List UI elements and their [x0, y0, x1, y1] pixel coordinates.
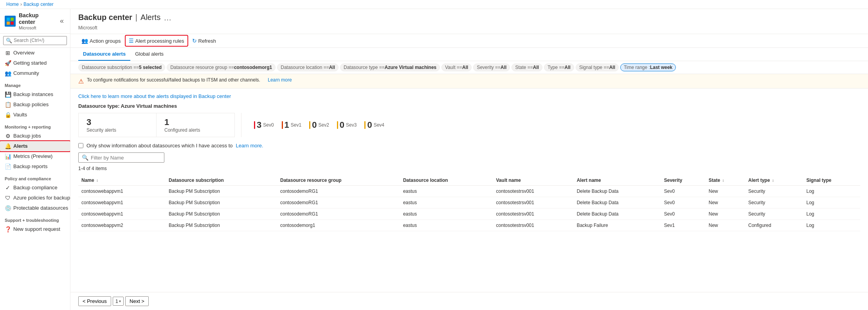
- severity-sev1[interactable]: 1Sev1: [282, 120, 302, 130]
- page-org: Microsoft: [78, 25, 860, 31]
- filter-bar: Datasource subscription == 5 selectedDat…: [70, 61, 868, 74]
- action-groups-icon: 👥: [81, 38, 88, 44]
- checkbox-learn-more-link[interactable]: Learn more.: [236, 143, 263, 149]
- page-select-chevron: ▾: [119, 299, 121, 303]
- alert-info-link[interactable]: Click here to learn more about the alert…: [78, 93, 231, 99]
- sidebar-section-label: Support + troubleshooting: [0, 213, 70, 224]
- search-input[interactable]: [14, 38, 64, 43]
- filter-pill-8[interactable]: Signal type == All: [576, 63, 619, 71]
- sidebar-search[interactable]: 🔍: [0, 34, 70, 48]
- sidebar-item-overview[interactable]: ⊞Overview: [0, 48, 70, 58]
- cell-signal_type-0: Log: [803, 186, 860, 197]
- sidebar-item-getting-started-label: Getting started: [13, 60, 47, 66]
- next-page-button[interactable]: Next >: [125, 296, 149, 306]
- sidebar-section-label: Manage: [0, 78, 70, 89]
- sev-bar-0: [254, 121, 255, 129]
- sidebar-item-protectable-datasources[interactable]: 💿Protectable datasources: [0, 203, 70, 213]
- sidebar-item-vaults[interactable]: 🔒Vaults: [0, 110, 70, 120]
- checkbox-row: Only show information about datasources …: [78, 143, 860, 149]
- action-groups-button[interactable]: 👥 Action groups: [78, 36, 124, 46]
- table-row[interactable]: contosowebappvm1Backup PM Subscriptionco…: [78, 208, 860, 220]
- sidebar-item-getting-started[interactable]: 🚀Getting started: [0, 58, 70, 68]
- filter-pill-7[interactable]: Type == All: [544, 63, 574, 71]
- cell-ds_location-1: eastus: [400, 197, 493, 208]
- col-header-alert_name: Alert name: [574, 174, 661, 186]
- filter-input-box[interactable]: 🔍: [78, 152, 164, 163]
- sidebar-item-metrics[interactable]: 📊Metrics (Preview): [0, 151, 70, 161]
- summary-card-1[interactable]: 1Configured alerts: [157, 113, 235, 137]
- alert-processing-rules-button[interactable]: ☰ Alert processing rules: [126, 36, 187, 46]
- sidebar-item-backup-policies-label: Backup policies: [13, 102, 49, 107]
- sidebar-item-azure-policies[interactable]: 🛡Azure policies for backup: [0, 193, 70, 203]
- alert-processing-rules-icon: ☰: [129, 38, 134, 44]
- prev-page-button[interactable]: < Previous: [78, 296, 111, 306]
- col-header-state[interactable]: State ↕: [706, 174, 745, 186]
- cell-ds_resource_group-3: contosodemorg1: [277, 220, 400, 231]
- cell-name-3: contosowebappvm2: [78, 220, 166, 231]
- breadcrumb-section[interactable]: Backup center: [23, 2, 54, 7]
- severity-sev0[interactable]: 3Sev0: [254, 120, 274, 130]
- sidebar-item-new-support[interactable]: ❓New support request: [0, 224, 70, 234]
- filter-pill-1[interactable]: Datasource resource group == contosodemo…: [167, 63, 276, 71]
- filter-by-name-input[interactable]: [91, 155, 161, 161]
- tab-datasource[interactable]: Datasource alerts: [78, 48, 130, 61]
- filter-pill-5[interactable]: Severity == All: [473, 63, 510, 71]
- access-checkbox[interactable]: [78, 143, 83, 148]
- warning-icon: ⚠: [78, 78, 84, 85]
- sidebar-item-backup-instances[interactable]: 💾Backup instances: [0, 89, 70, 100]
- filter-pill-9[interactable]: Time range : Last week: [620, 63, 676, 71]
- breadcrumb-home[interactable]: Home: [6, 2, 19, 7]
- filter-pill-2[interactable]: Datasource location == All: [277, 63, 339, 71]
- cell-alert_type-2: Security: [745, 208, 803, 220]
- backup-compliance-icon: ✓: [5, 185, 11, 191]
- sev-bar-3: [337, 121, 338, 129]
- table-row[interactable]: contosowebappvm1Backup PM Subscriptionco…: [78, 197, 860, 208]
- alerts-icon: 🔔: [5, 143, 11, 149]
- sidebar-item-backup-reports[interactable]: 📄Backup reports: [0, 161, 70, 172]
- sidebar-item-alerts[interactable]: 🔔Alerts: [0, 141, 70, 151]
- search-icon: 🔍: [6, 38, 12, 44]
- page-number-select[interactable]: 1 ▾: [113, 297, 124, 306]
- filter-pill-3[interactable]: Datasource type == Azure Virtual machine…: [340, 63, 440, 71]
- table-row[interactable]: contosowebappvm2Backup PM Subscriptionco…: [78, 220, 860, 231]
- summary-card-0[interactable]: 3Security alerts: [78, 113, 157, 137]
- cell-alert_type-0: Security: [745, 186, 803, 197]
- sidebar: Backup center Microsoft « 🔍 ⊞Overview🚀Ge…: [0, 9, 70, 310]
- sidebar-item-community[interactable]: 👥Community: [0, 68, 70, 78]
- filter-pill-0[interactable]: Datasource subscription == 5 selected: [78, 63, 165, 71]
- table-row[interactable]: contosowebappvm1Backup PM Subscriptionco…: [78, 186, 860, 197]
- cell-alert_type-3: Configured: [745, 220, 803, 231]
- sidebar-item-new-support-label: New support request: [13, 226, 60, 232]
- severity-sev3[interactable]: 0Sev3: [337, 120, 357, 130]
- sidebar-item-backup-policies[interactable]: 📋Backup policies: [0, 100, 70, 110]
- cell-name-1: contosowebappvm1: [78, 197, 166, 208]
- filter-pill-4[interactable]: Vault == All: [441, 63, 472, 71]
- pagination: < Previous 1 ▾ Next >: [70, 292, 868, 310]
- count-label: 1-4 of 4 items: [78, 166, 860, 171]
- severity-sev2[interactable]: 0Sev2: [309, 120, 329, 130]
- sidebar-collapse-btn[interactable]: «: [58, 17, 65, 25]
- severity-sev4[interactable]: 0Sev4: [364, 120, 384, 130]
- sidebar-item-backup-jobs-label: Backup jobs: [13, 133, 41, 139]
- info-banner-link[interactable]: Learn more: [268, 77, 292, 83]
- sidebar-search-box[interactable]: 🔍: [3, 36, 67, 45]
- tab-global[interactable]: Global alerts: [130, 48, 168, 61]
- backup-policies-icon: 📋: [5, 102, 11, 108]
- sidebar-item-backup-jobs[interactable]: ⚙Backup jobs: [0, 131, 70, 141]
- col-header-name[interactable]: Name ↕: [78, 174, 166, 186]
- metrics-icon: 📊: [5, 153, 11, 160]
- toolbar: 👥 Action groups ☰ Alert processing rules…: [70, 34, 868, 48]
- cell-alert_name-1: Delete Backup Data: [574, 197, 661, 208]
- tab-bar: Datasource alertsGlobal alerts: [70, 48, 868, 61]
- sidebar-item-backup-compliance[interactable]: ✓Backup compliance: [0, 183, 70, 193]
- more-btn[interactable]: …: [164, 14, 171, 22]
- col-header-alert_type[interactable]: Alert type ↕: [745, 174, 803, 186]
- cell-alert_name-0: Delete Backup Data: [574, 186, 661, 197]
- filter-pill-6[interactable]: State == All: [511, 63, 542, 71]
- cell-ds_subscription-0: Backup PM Subscription: [166, 186, 277, 197]
- sidebar-nav: ⊞Overview🚀Getting started👥CommunityManag…: [0, 48, 70, 310]
- cell-severity-0: Sev0: [661, 186, 706, 197]
- refresh-button[interactable]: ↻ Refresh: [189, 36, 220, 46]
- svg-rect-2: [7, 22, 10, 25]
- col-header-ds_location: Datasource location: [400, 174, 493, 186]
